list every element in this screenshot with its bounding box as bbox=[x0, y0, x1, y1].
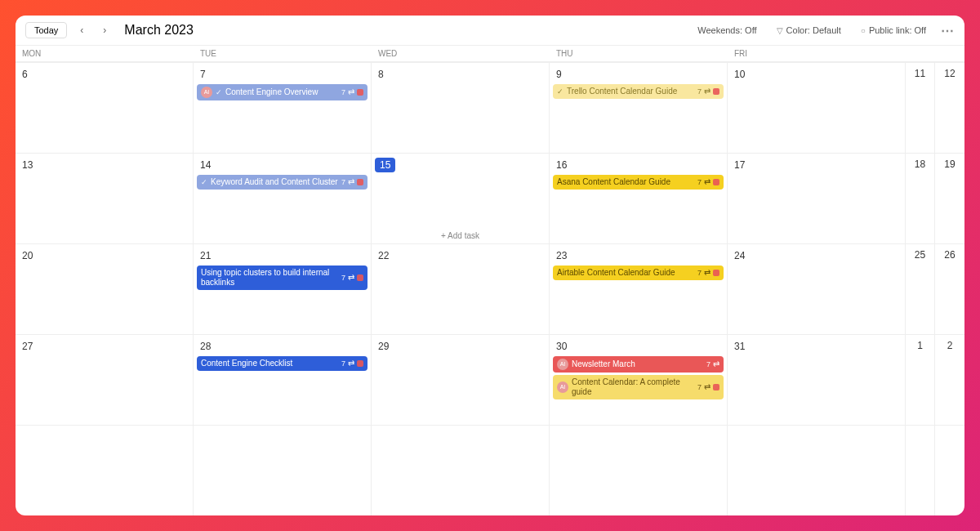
weekday-label: THU bbox=[550, 46, 728, 61]
day-number: 27 bbox=[19, 339, 36, 354]
task-meta: 7⇄ bbox=[341, 273, 363, 283]
calendar-cell[interactable]: 2 bbox=[935, 335, 964, 425]
calendar-cell[interactable]: 20 bbox=[16, 244, 194, 334]
weekday-header: MON TUE WED THU FRI bbox=[16, 46, 964, 62]
weekday-label: MON bbox=[16, 46, 194, 61]
status-dot bbox=[357, 179, 363, 185]
weekday-label: WED bbox=[372, 46, 550, 61]
weekday-label bbox=[906, 46, 935, 61]
check-icon: ✓ bbox=[557, 87, 564, 96]
status-dot bbox=[357, 274, 363, 281]
add-task-button[interactable]: + Add task bbox=[441, 231, 479, 240]
check-icon: ✓ bbox=[201, 178, 207, 187]
calendar-cell[interactable] bbox=[906, 426, 935, 515]
calendar-cell[interactable]: 19 bbox=[935, 154, 964, 243]
calendar-cell[interactable]: 16Asana Content Calendar Guide7⇄ bbox=[550, 154, 728, 243]
calendar-cell[interactable]: 14✓Keyword Audit and Content Cluster7⇄ bbox=[194, 154, 372, 243]
calendar-row: 2021Using topic clusters to build intern… bbox=[16, 243, 964, 334]
task-card[interactable]: Using topic clusters to build internal b… bbox=[197, 266, 368, 290]
repeat-icon: ⇄ bbox=[348, 273, 354, 283]
day-number: 2 bbox=[937, 338, 963, 353]
calendar-cell[interactable]: 31 bbox=[728, 335, 906, 425]
day-number: 22 bbox=[375, 248, 392, 263]
calendar-cell[interactable]: 25 bbox=[906, 244, 935, 334]
day-number: 16 bbox=[553, 158, 570, 172]
day-number: 24 bbox=[731, 248, 748, 263]
repeat-icon: ⇄ bbox=[704, 87, 710, 96]
calendar-cell[interactable]: 8 bbox=[372, 63, 550, 153]
calendar-cell[interactable]: 30AINewsletter March7⇄AIContent Calendar… bbox=[550, 335, 728, 425]
calendar-cell[interactable]: 24 bbox=[728, 244, 906, 334]
task-card[interactable]: Content Engine Checklist7⇄ bbox=[197, 356, 368, 371]
task-meta: 7⇄ bbox=[341, 177, 363, 187]
calendar-cell[interactable]: 1 bbox=[906, 335, 935, 425]
calendar-grid: 67AI✓Content Engine Overview7⇄89✓Trello … bbox=[16, 62, 964, 515]
status-dot bbox=[713, 88, 719, 95]
calendar-cell[interactable] bbox=[16, 426, 194, 515]
day-number: 18 bbox=[907, 157, 933, 172]
repeat-icon: ⇄ bbox=[348, 359, 354, 368]
calendar-cell[interactable]: 22 bbox=[372, 244, 550, 334]
next-month-button[interactable]: › bbox=[96, 22, 113, 38]
task-meta: 7⇄ bbox=[697, 268, 719, 278]
calendar-cell[interactable]: 11 bbox=[906, 63, 935, 153]
task-title: Content Engine Checklist bbox=[201, 359, 338, 368]
calendar-cell[interactable] bbox=[728, 426, 906, 515]
day-number: 28 bbox=[197, 339, 214, 354]
task-card[interactable]: AINewsletter March7⇄ bbox=[553, 356, 724, 373]
prev-month-button[interactable]: ‹ bbox=[74, 22, 90, 38]
day-number: 14 bbox=[197, 158, 214, 172]
day-number: 25 bbox=[907, 248, 933, 262]
task-title: Newsletter March bbox=[572, 359, 703, 369]
calendar-cell[interactable] bbox=[372, 426, 550, 515]
calendar-cell[interactable]: 12 bbox=[935, 63, 964, 153]
day-number: 10 bbox=[731, 67, 748, 82]
month-title: March 2023 bbox=[124, 23, 194, 38]
repeat-icon: ⇄ bbox=[704, 268, 710, 278]
more-menu-button[interactable]: ⋯ bbox=[941, 23, 955, 38]
today-button[interactable]: Today bbox=[25, 22, 67, 38]
calendar-cell[interactable]: 26 bbox=[935, 244, 964, 334]
calendar-cell[interactable]: 28Content Engine Checklist7⇄ bbox=[194, 335, 372, 425]
repeat-icon: ⇄ bbox=[704, 177, 710, 187]
task-title: Trello Content Calendar Guide bbox=[567, 87, 694, 96]
task-card[interactable]: AIContent Calendar: A complete guide7⇄ bbox=[553, 375, 724, 399]
day-number: 31 bbox=[731, 339, 748, 354]
task-meta: 7⇄ bbox=[341, 359, 363, 368]
task-card[interactable]: ✓Trello Content Calendar Guide7⇄ bbox=[553, 84, 724, 99]
link-icon: ○ bbox=[861, 26, 866, 35]
avatar: AI bbox=[557, 382, 568, 393]
check-icon: ✓ bbox=[216, 88, 222, 97]
weekday-label: TUE bbox=[194, 46, 372, 61]
calendar-cell[interactable] bbox=[550, 426, 728, 515]
calendar-cell[interactable]: 23Airtable Content Calendar Guide7⇄ bbox=[550, 244, 728, 334]
calendar-cell[interactable]: 18 bbox=[906, 154, 935, 243]
task-card[interactable]: ✓Keyword Audit and Content Cluster7⇄ bbox=[197, 175, 368, 190]
calendar-cell[interactable]: 15+ Add task bbox=[372, 154, 550, 243]
public-link-toggle[interactable]: ○Public link: Off bbox=[861, 25, 926, 35]
day-number: 11 bbox=[907, 66, 933, 81]
task-meta: 7⇄ bbox=[697, 87, 719, 96]
calendar-cell[interactable]: 9✓Trello Content Calendar Guide7⇄ bbox=[550, 63, 728, 153]
calendar-cell[interactable]: 10 bbox=[728, 63, 906, 153]
avatar: AI bbox=[557, 359, 568, 370]
task-card[interactable]: Asana Content Calendar Guide7⇄ bbox=[553, 175, 724, 190]
task-card[interactable]: Airtable Content Calendar Guide7⇄ bbox=[553, 266, 724, 280]
task-card[interactable]: AI✓Content Engine Overview7⇄ bbox=[197, 84, 368, 100]
calendar-cell[interactable]: 21Using topic clusters to build internal… bbox=[194, 244, 372, 334]
repeat-icon: ⇄ bbox=[348, 87, 354, 97]
filter-icon: ▽ bbox=[777, 26, 783, 35]
status-dot bbox=[713, 270, 719, 276]
color-option[interactable]: ▽Color: Default bbox=[777, 25, 841, 35]
calendar-cell[interactable] bbox=[194, 426, 372, 515]
task-meta: 7⇄ bbox=[341, 87, 363, 97]
calendar-cell[interactable]: 27 bbox=[16, 335, 194, 425]
calendar-cell[interactable]: 7AI✓Content Engine Overview7⇄ bbox=[194, 63, 372, 153]
day-number: 30 bbox=[553, 339, 570, 354]
weekends-toggle[interactable]: Weekends: Off bbox=[697, 25, 756, 35]
calendar-cell[interactable]: 29 bbox=[372, 335, 550, 425]
calendar-cell[interactable]: 6 bbox=[16, 63, 194, 153]
calendar-cell[interactable]: 13 bbox=[16, 154, 194, 243]
calendar-cell[interactable]: 17 bbox=[728, 154, 906, 243]
calendar-cell[interactable] bbox=[935, 426, 964, 515]
